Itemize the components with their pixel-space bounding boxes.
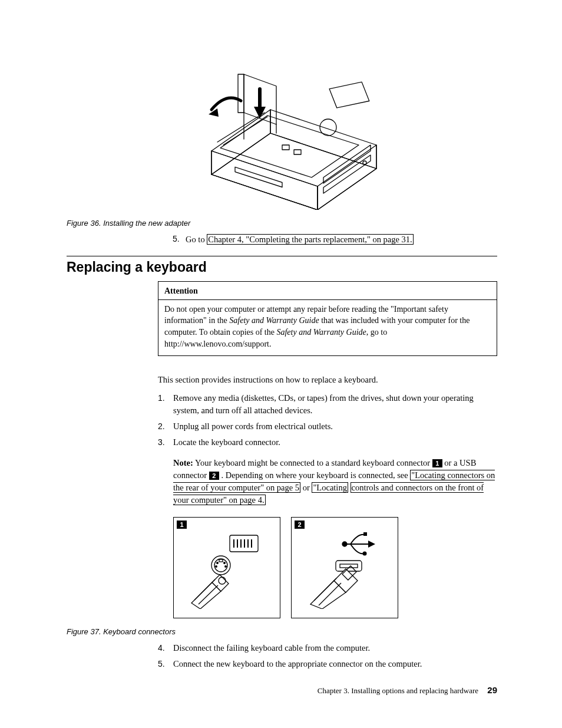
steps-list: 1. Remove any media (diskettes, CDs, or …	[158, 392, 497, 618]
step-number: 1.	[158, 392, 165, 404]
step-5-text: Go to	[186, 235, 207, 244]
note-text: Your keyboard might be connected to a st…	[193, 458, 432, 467]
safety-guide-italic-2: Safety and Warranty Guide	[276, 328, 366, 337]
step-text: Remove any media (diskettes, CDs, or tap…	[173, 393, 474, 415]
note-text: . Depending on where your keyboard is co…	[219, 470, 411, 480]
svg-marker-46	[368, 541, 375, 548]
step-number: 5.	[173, 233, 180, 245]
attention-title: Attention	[164, 285, 491, 297]
svg-marker-3	[211, 151, 318, 210]
intro-paragraph: This section provides instructions on ho…	[158, 374, 497, 386]
step-number: 3.	[158, 436, 165, 448]
svg-point-34	[217, 562, 219, 564]
step-number: 5.	[158, 658, 165, 670]
step-5: 5. Connect the new keyboard to the appro…	[158, 658, 497, 670]
step-text: Unplug all power cords from electrical o…	[173, 421, 333, 431]
step-5-list: 5. Go to Chapter 4, "Completing the part…	[173, 233, 497, 245]
svg-line-21	[217, 113, 265, 142]
attention-body: Do not open your computer or attempt any…	[164, 304, 491, 350]
usb-connector-icon	[303, 526, 386, 609]
svg-rect-13	[329, 82, 369, 108]
section-heading: Replacing a keyboard	[67, 259, 497, 275]
svg-line-7	[211, 174, 318, 210]
step-number: 4.	[158, 642, 165, 654]
callout-2: 2	[209, 472, 219, 480]
svg-rect-50	[340, 564, 358, 568]
steps-list-cont: 4. Disconnect the failing keyboard cable…	[158, 642, 497, 670]
step-2: 2. Unplug all power cords from electrica…	[158, 420, 497, 433]
callout-label-2: 2	[295, 521, 305, 529]
document-page: Figure 36. Installing the new adapter 5.…	[0, 0, 562, 706]
svg-point-37	[225, 565, 227, 567]
svg-point-36	[216, 565, 217, 567]
svg-line-6	[211, 151, 318, 186]
connector-box-ps2: 1	[173, 517, 280, 618]
note-block: Note: Your keyboard might be connected t…	[173, 457, 497, 506]
front-connectors-link-part1[interactable]: "Locating	[312, 482, 348, 493]
step-text: Disconnect the failing keyboard cable fr…	[173, 643, 370, 653]
connector-box-usb: 2	[291, 517, 398, 618]
step-number: 2.	[158, 420, 165, 432]
attention-rule	[158, 299, 497, 300]
figure-36-illustration	[176, 57, 388, 210]
svg-rect-38	[219, 559, 223, 562]
svg-point-35	[224, 562, 226, 564]
svg-line-22	[223, 117, 267, 145]
attention-box: Attention Do not open your computer or a…	[158, 281, 497, 356]
note-label: Note:	[173, 458, 193, 467]
figure-37-row: 1	[173, 517, 497, 618]
step-text: Locate the keyboard connector.	[173, 437, 280, 447]
chapter-label: Chapter 3. Installing options and replac…	[318, 686, 478, 695]
svg-rect-11	[235, 167, 282, 187]
figure-37-caption: Figure 37. Keyboard connectors	[67, 627, 497, 636]
step-1: 1. Remove any media (diskettes, CDs, or …	[158, 392, 497, 417]
section-rule	[67, 256, 497, 256]
svg-marker-18	[238, 74, 244, 113]
step-text: Connect the new keyboard to the appropri…	[173, 659, 422, 668]
svg-rect-23	[282, 145, 289, 150]
ps2-connector-icon	[186, 526, 268, 609]
note-text: or	[300, 483, 312, 492]
safety-guide-italic-1: Safety and Warranty Guide	[229, 316, 319, 325]
svg-rect-24	[294, 150, 301, 154]
svg-rect-47	[363, 532, 367, 536]
callout-label-1: 1	[177, 521, 187, 529]
svg-point-48	[363, 551, 367, 555]
svg-point-33	[214, 559, 227, 572]
page-footer: Chapter 3. Installing options and replac…	[318, 685, 497, 696]
step-5-top: 5. Go to Chapter 4, "Completing the part…	[173, 233, 497, 245]
chapter-4-link[interactable]: Chapter 4, "Completing the parts replace…	[207, 234, 413, 245]
page-number: 29	[487, 685, 497, 695]
svg-marker-2	[270, 110, 376, 169]
step-3: 3. Locate the keyboard connector. Note: …	[158, 436, 497, 618]
svg-point-10	[363, 161, 366, 164]
figure-36-caption: Figure 36. Installing the new adapter	[67, 219, 497, 228]
step-4: 4. Disconnect the failing keyboard cable…	[158, 642, 497, 654]
callout-1: 1	[432, 459, 442, 467]
